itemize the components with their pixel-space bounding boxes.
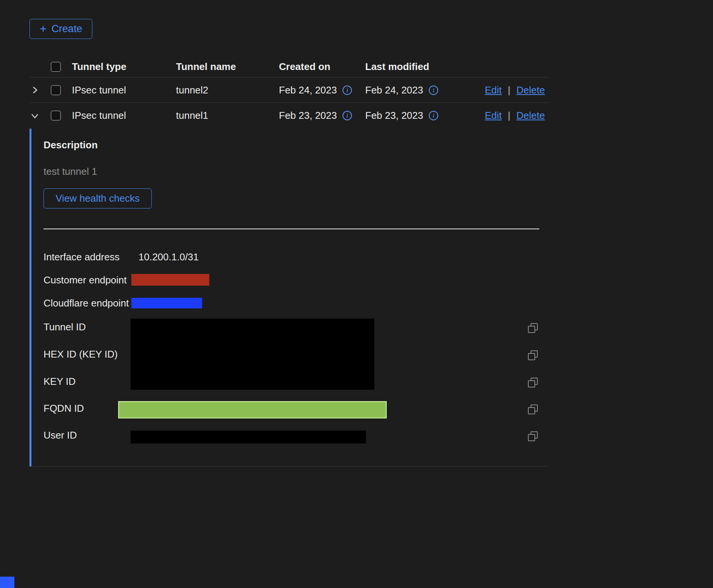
field-label-customer-endpoint: Customer endpoint xyxy=(44,274,127,286)
chevron-down-icon xyxy=(31,112,39,120)
info-icon[interactable]: i xyxy=(429,111,438,120)
view-health-checks-label: View health checks xyxy=(56,193,140,204)
copy-icon xyxy=(528,323,538,333)
info-icon[interactable]: i xyxy=(342,86,352,95)
copy-tunnel-id-button[interactable] xyxy=(528,323,538,333)
field-label-hex-id: HEX ID (KEY ID) xyxy=(44,348,118,360)
info-icon[interactable]: i xyxy=(342,111,352,120)
redacted-user-id xyxy=(131,431,366,443)
copy-fqdn-id-button[interactable] xyxy=(528,404,538,414)
create-button[interactable]: + Create xyxy=(30,19,92,39)
field-label-cloudflare-endpoint: Cloudflare endpoint xyxy=(44,297,129,309)
field-label-tunnel-id: Tunnel ID xyxy=(44,321,86,333)
header-tunnel-type: Tunnel type xyxy=(72,61,176,73)
redacted-customer-endpoint xyxy=(131,274,209,286)
cell-created-on: Feb 23, 2023 xyxy=(279,110,337,121)
row-checkbox[interactable] xyxy=(51,110,61,121)
header-created-on: Created on xyxy=(279,61,365,73)
redacted-cloudflare-endpoint xyxy=(131,298,202,308)
view-health-checks-button[interactable]: View health checks xyxy=(44,188,152,208)
copy-icon xyxy=(528,431,538,441)
copy-user-id-button[interactable] xyxy=(528,431,538,441)
plus-icon: + xyxy=(40,23,47,35)
copy-icon xyxy=(528,378,538,387)
cell-last-modified: Feb 24, 2023 xyxy=(365,84,423,96)
table-row: IPsec tunnel tunnel1 Feb 23, 2023 i Feb … xyxy=(30,103,549,128)
description-value: test tunnel 1 xyxy=(44,166,97,177)
description-heading: Description xyxy=(44,139,98,151)
bottom-left-partial-element xyxy=(0,577,14,588)
redacted-fqdn-id xyxy=(118,401,387,418)
copy-key-id-button[interactable] xyxy=(528,378,538,387)
cell-created-on: Feb 24, 2023 xyxy=(279,84,337,96)
delete-link[interactable]: Delete xyxy=(517,110,545,121)
section-divider xyxy=(44,229,539,229)
cell-last-modified: Feb 23, 2023 xyxy=(365,110,423,121)
field-label-user-id: User ID xyxy=(44,429,77,441)
field-label-fqdn-id: FQDN ID xyxy=(44,403,84,414)
create-button-label: Create xyxy=(51,23,82,35)
edit-link[interactable]: Edit xyxy=(485,110,502,121)
redacted-tunnel-ids xyxy=(131,319,374,390)
info-icon[interactable]: i xyxy=(429,86,438,95)
action-separator: | xyxy=(508,84,511,96)
header-tunnel-name: Tunnel name xyxy=(176,61,279,73)
cell-tunnel-name: tunnel1 xyxy=(176,110,279,121)
cell-tunnel-type: IPsec tunnel xyxy=(72,84,176,96)
expand-row-button[interactable] xyxy=(30,85,40,95)
table-row: IPsec tunnel tunnel2 Feb 24, 2023 i Feb … xyxy=(30,78,549,103)
copy-icon xyxy=(528,350,538,360)
field-value-interface-address: 10.200.1.0/31 xyxy=(139,251,199,263)
row-checkbox[interactable] xyxy=(51,85,61,95)
field-label-interface-address: Interface address xyxy=(44,251,120,263)
edit-link[interactable]: Edit xyxy=(485,84,502,96)
cell-tunnel-name: tunnel2 xyxy=(176,84,279,96)
delete-link[interactable]: Delete xyxy=(517,84,545,96)
tunnels-table: Tunnel type Tunnel name Created on Last … xyxy=(30,56,549,128)
collapse-row-button[interactable] xyxy=(30,110,40,121)
chevron-right-icon xyxy=(31,86,39,94)
copy-icon xyxy=(528,404,538,414)
field-label-key-id: KEY ID xyxy=(44,376,76,387)
table-header-row: Tunnel type Tunnel name Created on Last … xyxy=(30,56,549,78)
select-all-checkbox[interactable] xyxy=(51,62,61,72)
cell-tunnel-type: IPsec tunnel xyxy=(72,110,176,121)
header-last-modified: Last modified xyxy=(365,61,485,73)
copy-hex-id-button[interactable] xyxy=(528,350,538,360)
action-separator: | xyxy=(508,110,511,121)
tunnel-detail-panel: Description test tunnel 1 View health ch… xyxy=(30,129,549,467)
